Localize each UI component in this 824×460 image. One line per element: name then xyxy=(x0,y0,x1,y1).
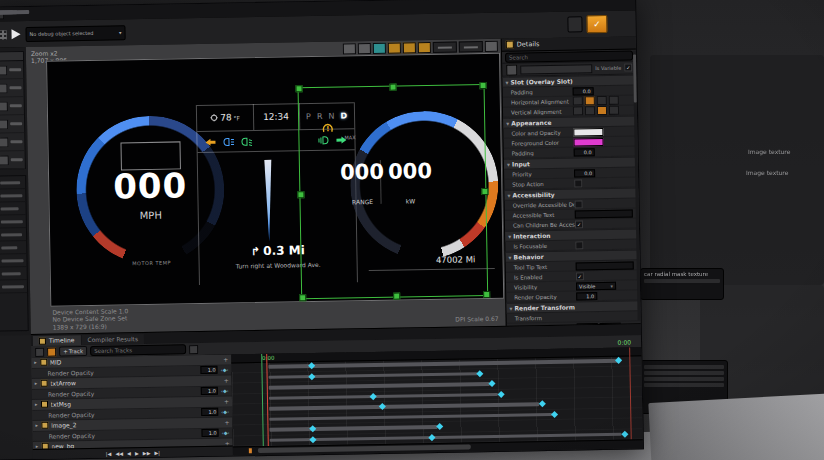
selection-handle[interactable] xyxy=(479,82,486,89)
tree-item[interactable] xyxy=(0,241,26,254)
property-control[interactable]: 0.0 xyxy=(574,147,638,156)
value-field[interactable]: 1.0 xyxy=(201,408,218,416)
filter-icon[interactable] xyxy=(35,347,44,356)
scrollbar-thumb[interactable] xyxy=(257,444,470,453)
number-field[interactable]: 0.0 xyxy=(573,87,594,95)
chevron-right-icon[interactable]: ▸ xyxy=(35,421,38,431)
alignment-button[interactable] xyxy=(597,106,607,115)
localization-preview-icon[interactable] xyxy=(373,43,386,54)
keyframe-diamond[interactable] xyxy=(477,370,483,376)
designer-canvas[interactable]: Zoom x2 1,707 x 996 000 MPH MOTOR TEMP xyxy=(26,39,507,335)
track-section-bar[interactable] xyxy=(268,372,477,379)
tab-compiler-results[interactable]: Compiler Results xyxy=(81,334,144,345)
translate-tool-icon[interactable] xyxy=(388,43,401,54)
rotate-tool-icon[interactable] xyxy=(403,42,416,53)
tree-item[interactable] xyxy=(0,189,26,202)
transport-button[interactable]: ▶ xyxy=(135,450,139,456)
tree-item[interactable] xyxy=(0,254,27,267)
list-item[interactable] xyxy=(0,133,25,151)
list-item[interactable] xyxy=(0,115,24,133)
settings-button[interactable] xyxy=(567,16,582,32)
keyframe-diamond[interactable] xyxy=(551,410,557,416)
keyframe-diamond[interactable] xyxy=(429,434,435,440)
keyframe-nav-buttons[interactable]: ‹◆› xyxy=(221,365,229,375)
property-control[interactable] xyxy=(577,316,641,317)
chevron-right-icon[interactable]: ▸ xyxy=(35,400,38,410)
keyframe-diamond[interactable] xyxy=(489,380,495,386)
property-control[interactable]: 0.0 xyxy=(574,168,638,177)
property-control[interactable]: Visible▾ xyxy=(576,281,640,290)
add-section-icon[interactable]: + xyxy=(224,376,229,386)
keyframe-diamond[interactable] xyxy=(310,436,316,442)
tree-item[interactable] xyxy=(0,228,26,241)
screen-size-dropdown[interactable] xyxy=(433,42,457,53)
selection-handle[interactable] xyxy=(296,85,303,92)
list-item[interactable] xyxy=(0,97,24,115)
checkbox[interactable]: ✓ xyxy=(575,220,583,228)
chevron-right-icon[interactable]: ▸ xyxy=(35,379,38,389)
hmi-cluster-design[interactable]: 000 MPH MOTOR TEMP 78 °F 12:34 xyxy=(46,53,504,307)
value-field[interactable]: 1.0 xyxy=(201,387,218,395)
add-section-icon[interactable]: + xyxy=(224,418,229,428)
track-search-input[interactable] xyxy=(90,344,186,356)
property-control[interactable]: 0.0 xyxy=(573,86,637,95)
tree-item[interactable] xyxy=(0,176,25,189)
scrollbar-thumb[interactable] xyxy=(633,54,637,102)
autokey-icon[interactable] xyxy=(47,347,56,356)
keyframe-diamond[interactable] xyxy=(616,357,622,363)
property-control[interactable] xyxy=(575,199,639,208)
selection-handle[interactable] xyxy=(483,291,490,298)
camera-icon[interactable] xyxy=(189,345,198,354)
keyframe-diamond[interactable] xyxy=(497,390,503,396)
list-item[interactable] xyxy=(0,79,24,97)
alignment-button[interactable] xyxy=(585,106,595,115)
play-button[interactable] xyxy=(11,29,20,39)
property-control[interactable] xyxy=(573,105,637,115)
keyframe-nav-buttons[interactable]: ‹◆› xyxy=(222,428,230,438)
outline-toggle-icon[interactable] xyxy=(485,41,498,52)
property-control[interactable] xyxy=(573,137,637,146)
property-control[interactable]: 1.0 xyxy=(576,291,640,300)
keyframe-diamond[interactable] xyxy=(309,373,315,379)
compile-button[interactable]: ✓ xyxy=(586,15,607,33)
timeline-area[interactable]: 0:00 xyxy=(231,347,643,455)
alignment-button[interactable] xyxy=(573,96,583,105)
alignment-button[interactable] xyxy=(609,96,619,105)
track-section-bar[interactable] xyxy=(269,412,552,420)
property-control[interactable]: ✓ xyxy=(575,219,639,228)
checkbox[interactable]: ✓ xyxy=(576,272,584,280)
zoom-fit-icon[interactable] xyxy=(343,43,356,54)
details-search-input[interactable] xyxy=(505,50,633,62)
keyframe-diamond[interactable] xyxy=(437,423,443,429)
add-section-icon[interactable]: + xyxy=(223,355,228,365)
transport-button[interactable]: ▶| xyxy=(154,449,160,455)
alignment-button[interactable] xyxy=(585,96,595,105)
property-control[interactable] xyxy=(573,127,637,136)
selection-handle[interactable] xyxy=(299,294,306,301)
transport-button[interactable]: ◀ xyxy=(127,450,131,456)
transport-button[interactable]: ◀◀ xyxy=(115,450,123,456)
keyframe-diamond[interactable] xyxy=(539,400,545,406)
number-field[interactable]: 1.0 xyxy=(576,292,597,300)
track-section-bar[interactable] xyxy=(269,392,499,400)
property-control[interactable] xyxy=(573,95,637,105)
scale-tool-icon[interactable] xyxy=(418,42,431,53)
number-field[interactable]: 0.0 xyxy=(574,169,595,177)
resolution-dropdown[interactable] xyxy=(459,41,483,52)
tree-item[interactable] xyxy=(0,202,26,215)
transport-button[interactable]: ▶▶ xyxy=(143,449,151,455)
list-item[interactable] xyxy=(0,151,25,169)
add-track-button[interactable]: +Track xyxy=(59,346,87,356)
keyframe-nav-buttons[interactable]: ‹◆› xyxy=(221,386,229,396)
property-control[interactable] xyxy=(574,178,638,187)
keyframe-diamond[interactable] xyxy=(621,430,627,436)
grid-snap-icon[interactable] xyxy=(358,43,371,54)
dropdown-field[interactable]: Visible▾ xyxy=(576,281,616,290)
color-swatch[interactable] xyxy=(573,137,603,146)
checkbox[interactable] xyxy=(574,179,582,187)
text-field[interactable] xyxy=(576,261,634,270)
debug-object-dropdown[interactable]: No debug object selected ▾ xyxy=(25,25,125,42)
chevron-right-icon[interactable]: ▸ xyxy=(34,358,37,368)
track-section-bar[interactable] xyxy=(269,382,490,389)
add-section-icon[interactable]: + xyxy=(224,397,229,407)
